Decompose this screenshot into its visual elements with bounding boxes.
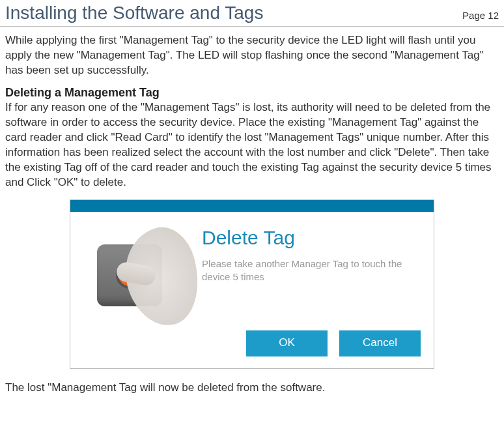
paragraph-intro: While applying the first "Management Tag… — [5, 33, 499, 78]
paragraph-result: The lost "Management Tag will now be del… — [5, 381, 499, 396]
paragraph-deleting: If for any reason one of the "Management… — [5, 100, 499, 190]
page-content: While applying the first "Management Tag… — [0, 33, 504, 396]
dialog-body: Delete Tag Please take another Manager T… — [70, 212, 434, 330]
page-header: Installing the Software and Tags Page 12 — [0, 0, 504, 27]
dialog-message: Please take another Manager Tag to touch… — [202, 257, 423, 284]
dialog-screenshot: Delete Tag Please take another Manager T… — [5, 199, 499, 369]
page-title: Installing the Software and Tags — [5, 3, 263, 23]
dialog-text-area: Delete Tag Please take another Manager T… — [191, 225, 423, 323]
delete-tag-dialog: Delete Tag Please take another Manager T… — [70, 199, 434, 369]
ok-button[interactable]: OK — [246, 330, 328, 356]
dialog-title: Delete Tag — [202, 225, 423, 252]
illustration-hand-device — [81, 225, 191, 323]
dialog-titlebar — [70, 200, 434, 212]
page-number: Page 12 — [462, 10, 499, 21]
cancel-button[interactable]: Cancel — [339, 330, 421, 356]
subheading-deleting: Deleting a Management Tag — [5, 85, 499, 100]
dialog-button-row: OK Cancel — [70, 330, 434, 368]
